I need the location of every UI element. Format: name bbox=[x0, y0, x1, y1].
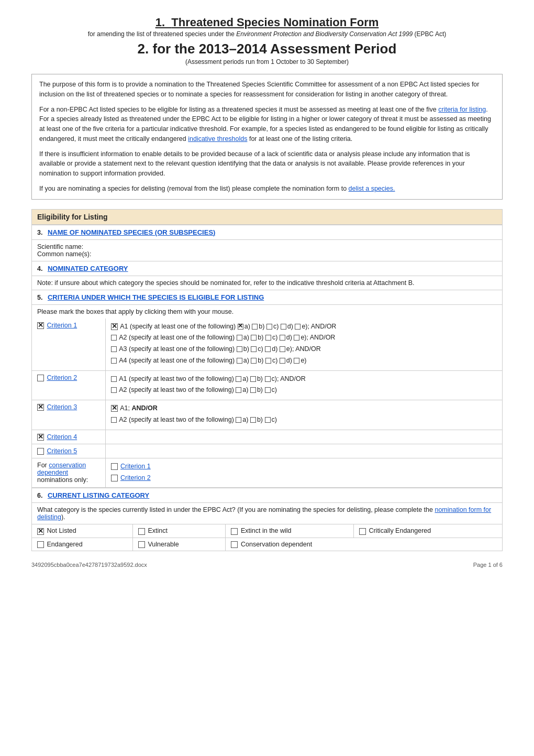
section6-header: 6. CURRENT LISTING CATEGORY bbox=[32, 488, 502, 502]
extinct-cb[interactable] bbox=[138, 528, 145, 535]
vulnerable-label: Vulnerable bbox=[148, 541, 179, 548]
doc-id: 3492095cbba0cea7e4278719732a9592.docx bbox=[31, 562, 147, 568]
crit1-a2-e-cb[interactable] bbox=[294, 335, 299, 341]
criterion2-row: Criterion 2 A1 (specify at least two of … bbox=[32, 370, 502, 400]
conservation-criterion2-link[interactable]: Criterion 2 bbox=[120, 474, 151, 481]
criterion5-checkbox[interactable] bbox=[37, 448, 44, 455]
section4-title[interactable]: NOMINATED CATEGORY bbox=[48, 265, 128, 272]
section6-question: What category is the species currently l… bbox=[32, 502, 502, 524]
crit1-a1-line: A1 (specify at least one of the followin… bbox=[111, 322, 497, 332]
vulnerable-cb[interactable] bbox=[138, 541, 145, 548]
page-title: 1. Threatened Species Nomination Form bbox=[31, 16, 503, 29]
section3-title[interactable]: NAME OF NOMINATED SPECIES (OR SUBSPECIES… bbox=[48, 228, 215, 236]
crit2-a1-cb[interactable] bbox=[111, 376, 117, 382]
criterion1-checkbox[interactable] bbox=[37, 322, 44, 329]
crit2-a2-a-cb[interactable] bbox=[236, 387, 241, 393]
criterion4-link[interactable]: Criterion 4 bbox=[47, 433, 77, 441]
crit1-a3-e-cb[interactable] bbox=[280, 346, 285, 352]
endangered-label: Endangered bbox=[47, 541, 82, 548]
delist-link[interactable]: delist a species. bbox=[349, 185, 395, 192]
intro-para4: If you are nominating a species for deli… bbox=[39, 184, 495, 194]
conservation-link[interactable]: conservation dependent bbox=[37, 462, 86, 476]
crit2-a1-line: A1 (specify at least two of the followin… bbox=[111, 374, 497, 384]
crit3-a1-cb[interactable] bbox=[111, 405, 118, 412]
section5-header: 5. CRITERIA UNDER WHICH THE SPECIES IS E… bbox=[32, 290, 502, 304]
extinct-wild-cb[interactable] bbox=[231, 528, 238, 535]
crit1-a1-e-cb[interactable] bbox=[295, 324, 301, 330]
extinct-label: Extinct bbox=[148, 527, 168, 534]
conservation-crit2-cb[interactable] bbox=[111, 475, 118, 481]
crit3-a1-line: A1; AND/OR bbox=[111, 403, 497, 413]
title-text: Threatened Species Nomination Form bbox=[171, 16, 379, 29]
crit1-a4-cb[interactable] bbox=[111, 358, 117, 364]
indicative-link[interactable]: indicative thresholds bbox=[188, 135, 247, 143]
crit1-a1-a-cb[interactable] bbox=[238, 324, 243, 330]
period-subtitle: (Assessment periods run from 1 October t… bbox=[31, 58, 503, 65]
crit2-a2-cb[interactable] bbox=[111, 387, 117, 393]
section4-header: 4. NOMINATED CATEGORY bbox=[32, 261, 502, 276]
crit1-a3-b-cb[interactable] bbox=[237, 346, 242, 352]
crit1-a2-a-cb[interactable] bbox=[237, 335, 242, 341]
crit1-a2-cb[interactable] bbox=[111, 335, 117, 341]
crit1-a2-c-cb[interactable] bbox=[265, 335, 271, 341]
crit1-a4-c-cb[interactable] bbox=[265, 358, 271, 364]
crit1-a3-cb[interactable] bbox=[111, 346, 117, 352]
crit2-a2-c-cb[interactable] bbox=[265, 387, 271, 393]
page-subtitle: for amending the list of threatened spec… bbox=[31, 30, 503, 38]
eligibility-block: 3. NAME OF NOMINATED SPECIES (OR SUBSPEC… bbox=[31, 225, 503, 551]
crit1-a1-d-cb[interactable] bbox=[281, 324, 286, 330]
criterion3-checkbox[interactable] bbox=[37, 404, 44, 411]
criterion4-checkbox[interactable] bbox=[37, 434, 44, 441]
page-footer: 3492095cbba0cea7e4278719732a9592.docx Pa… bbox=[31, 562, 503, 568]
listing-row2: Endangered Vulnerable Conservation depen… bbox=[32, 538, 502, 551]
criterion2-link[interactable]: Criterion 2 bbox=[47, 374, 77, 381]
crit3-a2-b-cb[interactable] bbox=[250, 417, 256, 423]
conservation-crit1-cb[interactable] bbox=[111, 463, 118, 470]
crit1-a1-c-cb[interactable] bbox=[266, 324, 272, 330]
section6-title[interactable]: CURRENT LISTING CATEGORY bbox=[48, 491, 149, 499]
crit2-a2-b-cb[interactable] bbox=[250, 387, 256, 393]
crit1-a3-c-cb[interactable] bbox=[251, 346, 257, 352]
crit1-a4-e-cb[interactable] bbox=[294, 358, 299, 364]
criterion3-link[interactable]: Criterion 3 bbox=[47, 403, 77, 411]
crit1-a4-b-cb[interactable] bbox=[251, 358, 257, 364]
listing-table: Not Listed Extinct Extinct in the wild C… bbox=[32, 524, 502, 550]
conservation-criterion1-link[interactable]: Criterion 1 bbox=[120, 463, 151, 470]
criteria-link[interactable]: criteria for listing bbox=[438, 106, 486, 113]
crit3-a2-cb[interactable] bbox=[111, 417, 117, 423]
intro-para2: For a non-EPBC Act listed species to be … bbox=[39, 105, 495, 144]
crit1-a2-line: A2 (specify at least one of the followin… bbox=[111, 333, 497, 343]
criterion2-checkbox[interactable] bbox=[37, 375, 44, 381]
crit2-a1-b-cb[interactable] bbox=[250, 376, 256, 382]
intro-para1: The purpose of this form is to provide a… bbox=[39, 80, 495, 100]
crit1-a3-d-cb[interactable] bbox=[265, 346, 271, 352]
crit1-a1-b-cb[interactable] bbox=[252, 324, 258, 330]
crit1-a2-d-cb[interactable] bbox=[280, 335, 285, 341]
crit3-a2-c-cb[interactable] bbox=[265, 417, 271, 423]
crit1-a4-d-cb[interactable] bbox=[280, 358, 285, 364]
extinct-wild-label: Extinct in the wild bbox=[241, 527, 292, 534]
criterion5-link[interactable]: Criterion 5 bbox=[47, 447, 77, 455]
period-title: 2. for the 2013–2014 Assessment Period bbox=[31, 41, 503, 57]
section5-title[interactable]: CRITERIA UNDER WHICH THE SPECIES IS ELIG… bbox=[48, 293, 264, 301]
crit1-a4-a-cb[interactable] bbox=[237, 358, 242, 364]
intro-para3: If there is insufficient information to … bbox=[39, 149, 495, 179]
section4-note: Note: if unsure about which category the… bbox=[32, 276, 502, 290]
criterion4-row: Criterion 4 bbox=[32, 430, 502, 444]
critically-endangered-cb[interactable] bbox=[359, 528, 366, 535]
crit2-a1-a-cb[interactable] bbox=[236, 376, 241, 382]
crit3-a2-a-cb[interactable] bbox=[236, 417, 241, 423]
section5-instruction: Please mark the boxes that apply by clic… bbox=[32, 304, 502, 319]
conservation-label: For conservation dependent nominations o… bbox=[37, 462, 88, 484]
conservation-dep-cb[interactable] bbox=[231, 541, 238, 548]
not-listed-cb[interactable] bbox=[37, 528, 44, 535]
crit1-a4-line: A4 (specify at least one of the followin… bbox=[111, 356, 497, 366]
crit1-a2-b-cb[interactable] bbox=[251, 335, 257, 341]
endangered-cb[interactable] bbox=[37, 541, 44, 548]
crit1-a1-cb[interactable] bbox=[111, 323, 118, 330]
conservation-dep-label: Conservation dependent bbox=[241, 541, 312, 548]
eligibility-header: Eligibility for Listing bbox=[31, 209, 503, 225]
criterion1-link[interactable]: Criterion 1 bbox=[47, 322, 77, 329]
crit2-a1-c-cb[interactable] bbox=[265, 376, 271, 382]
criterion5-row: Criterion 5 bbox=[32, 444, 502, 458]
